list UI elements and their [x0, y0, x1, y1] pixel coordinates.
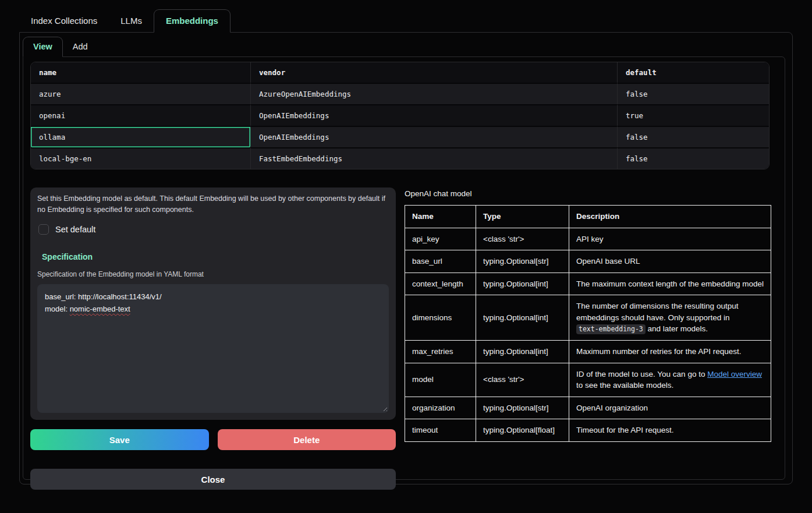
doc-name-cell: api_key: [405, 228, 476, 250]
tab-view[interactable]: View: [23, 37, 63, 57]
sub-tab-bar: ViewAdd: [23, 37, 785, 56]
resize-handle-icon[interactable]: [381, 405, 387, 411]
doc-name-cell: timeout: [405, 419, 476, 442]
specification-subtitle: Specification of the Embedding model in …: [37, 270, 389, 278]
doc-column-header-description: Description: [569, 206, 771, 228]
doc-description-cell: The maximum context length of the embedd…: [569, 273, 771, 295]
emb-row-vendor-cell[interactable]: AzureOpenAIEmbeddings: [251, 83, 618, 104]
doc-type-cell: typing.Optional[int]: [476, 295, 569, 341]
doc-description-cell: OpenAI base URL: [569, 250, 771, 273]
doc-column-header-type: Type: [476, 206, 569, 228]
doc-description-cell: API key: [569, 228, 771, 250]
doc-row: api_key<class 'str'>API key: [405, 228, 771, 250]
action-button-row: Save Delete: [30, 429, 396, 450]
save-button[interactable]: Save: [30, 429, 209, 450]
emb-row-name-cell[interactable]: ollama: [31, 126, 251, 147]
tab-llms[interactable]: LLMs: [109, 10, 154, 32]
doc-row: max_retriestyping.Optional[int]Maximum n…: [405, 340, 771, 363]
set-default-checkbox[interactable]: [38, 224, 49, 235]
doc-name-cell: base_url: [405, 250, 476, 273]
doc-name-cell: context_length: [405, 273, 476, 295]
doc-description-cell: Maximum number of retries for the API re…: [569, 340, 771, 363]
doc-name-cell: max_retries: [405, 340, 476, 363]
doc-type-cell: typing.Optional[str]: [476, 250, 569, 273]
model-overview-link[interactable]: Model overview: [707, 370, 762, 378]
emb-row-vendor-cell[interactable]: OpenAIEmbeddings: [251, 126, 618, 147]
emb-row-vendor-cell[interactable]: OpenAIEmbeddings: [251, 104, 618, 126]
doc-column-header-name: Name: [405, 206, 476, 228]
emb-row-default-cell[interactable]: true: [618, 104, 769, 126]
left-column: Set this Embedding model as default. Thi…: [30, 187, 396, 490]
embeddings-table: namevendordefaultazureAzureOpenAIEmbeddi…: [30, 62, 770, 169]
column-header-name: name: [31, 62, 251, 83]
right-column: OpenAI chat model NameTypeDescriptionapi…: [405, 187, 779, 490]
tab-embeddings[interactable]: Embeddings: [154, 9, 231, 33]
close-button[interactable]: Close: [30, 469, 396, 490]
column-header-vendor: vendor: [251, 62, 618, 83]
misspelled-word: nomic-embed-text: [70, 305, 130, 313]
detail-area: Set this Embedding model as default. Thi…: [30, 187, 779, 490]
delete-button[interactable]: Delete: [218, 429, 396, 450]
view-tab-content: namevendordefaultazureAzureOpenAIEmbeddi…: [23, 56, 785, 480]
doc-row: context_lengthtyping.Optional[int]The ma…: [405, 273, 771, 295]
column-header-default: default: [618, 62, 769, 83]
default-settings-panel: Set this Embedding model as default. Thi…: [30, 187, 396, 420]
doc-type-cell: <class 'str'>: [476, 363, 569, 397]
set-default-checkbox-row[interactable]: Set default: [38, 224, 389, 235]
doc-description-cell: ID of the model to use. You can go to Mo…: [569, 363, 771, 397]
specification-heading: Specification: [42, 252, 389, 261]
doc-header-row: NameTypeDescription: [405, 206, 771, 228]
yaml-line: base_url: http://localhost:11434/v1/: [45, 291, 381, 303]
doc-row: base_urltyping.Optional[str]OpenAI base …: [405, 250, 771, 273]
doc-name-cell: model: [405, 363, 476, 397]
yaml-line: model: nomic-embed-text: [45, 303, 381, 315]
doc-row: model<class 'str'>ID of the model to use…: [405, 363, 771, 397]
doc-type-cell: typing.Optional[int]: [476, 340, 569, 363]
tab-add[interactable]: Add: [63, 37, 98, 56]
doc-row: organizationtyping.Optional[str]OpenAI o…: [405, 397, 771, 419]
doc-description-cell: Timeout for the API request.: [569, 419, 771, 442]
emb-row-name-cell[interactable]: azure: [31, 83, 251, 104]
emb-row-default-cell[interactable]: false: [618, 83, 769, 104]
model-doc-title: OpenAI chat model: [405, 189, 779, 198]
model-doc-table: NameTypeDescriptionapi_key<class 'str'>A…: [405, 205, 771, 442]
doc-type-cell: typing.Optional[float]: [476, 419, 569, 442]
doc-name-cell: organization: [405, 397, 476, 419]
emb-row-vendor-cell[interactable]: FastEmbedEmbeddings: [251, 147, 618, 169]
main-tab-bar: Index CollectionsLLMsEmbeddings: [19, 9, 793, 32]
default-description: Set this Embedding model as default. Thi…: [37, 193, 389, 215]
page-root: Index CollectionsLLMsEmbeddings ViewAdd …: [0, 0, 812, 484]
yaml-spec-editor[interactable]: base_url: http://localhost:11434/v1/mode…: [37, 284, 389, 413]
doc-type-cell: typing.Optional[int]: [476, 273, 569, 295]
doc-description-cell: The number of dimensions the resulting o…: [569, 295, 771, 341]
code-chip: text-embedding-3: [576, 324, 646, 334]
doc-type-cell: typing.Optional[str]: [476, 397, 569, 419]
emb-row-name-cell[interactable]: local-bge-en: [31, 147, 251, 169]
set-default-label: Set default: [55, 225, 95, 234]
doc-description-cell: OpenAI organization: [569, 397, 771, 419]
doc-row: dimensionstyping.Optional[int]The number…: [405, 295, 771, 341]
doc-type-cell: <class 'str'>: [476, 228, 569, 250]
emb-row-default-cell[interactable]: false: [618, 147, 769, 169]
emb-row-default-cell[interactable]: false: [618, 126, 769, 147]
tab-index-collections[interactable]: Index Collections: [19, 10, 109, 32]
doc-name-cell: dimensions: [405, 295, 476, 341]
embeddings-panel: ViewAdd namevendordefaultazureAzureOpenA…: [19, 32, 793, 484]
doc-row: timeouttyping.Optional[float]Timeout for…: [405, 419, 771, 442]
emb-row-name-cell[interactable]: openai: [31, 104, 251, 126]
